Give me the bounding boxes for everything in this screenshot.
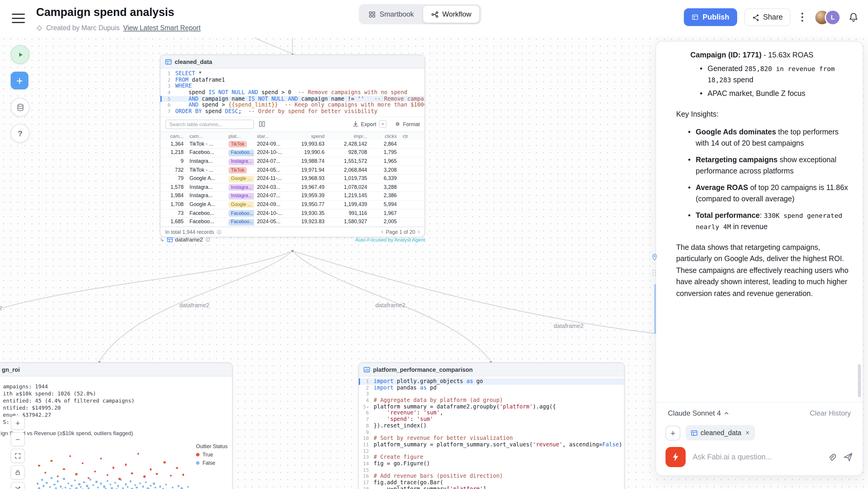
tab-smartbook[interactable]: Smartbook [361, 6, 422, 23]
node-header[interactable]: gn_roi [0, 363, 232, 376]
python-editor[interactable]: 1import plotly.graph_objects as go2impor… [359, 376, 624, 489]
page-title: Campaign spend analysis [36, 6, 174, 19]
export-button[interactable]: Export [352, 120, 387, 128]
pin-panel-icon[interactable] [651, 253, 658, 261]
avatar[interactable]: L [825, 9, 841, 25]
column-header[interactable]: ctr [400, 132, 426, 140]
output-dataframe-label[interactable]: dataframe2 [175, 237, 203, 243]
table-row[interactable]: 1,708Google A...Google ...2024-09...19,9… [160, 201, 425, 209]
chat-messages[interactable]: Campaign (ID: 1771) - 15.63x ROAS Genera… [656, 41, 863, 402]
table-row[interactable]: 73Faceboo...Faceboo...2024-10-...19,930.… [160, 209, 425, 218]
legend-item-false[interactable]: False [196, 460, 228, 466]
campaign-summary-line: Campaign (ID: 1771) - 15.63x ROAS [690, 50, 850, 61]
stat-line: entified: 45 (4.4% of filtered campaigns… [3, 398, 232, 405]
more-options-icon[interactable] [798, 12, 807, 22]
table-row[interactable]: 1,984Instagra...Instagra...2024-07...19,… [160, 192, 425, 201]
run-workflow-button[interactable] [11, 45, 30, 64]
scatter-point [165, 484, 167, 486]
stat-line: ampaigns: 1944 [3, 384, 232, 391]
records-total: In total 1,944 records [165, 229, 214, 235]
table-cell: 79 [160, 175, 187, 183]
column-header[interactable]: star... [254, 132, 289, 140]
context-chip[interactable]: cleaned_data × [686, 425, 755, 440]
table-cell: TikTok [225, 166, 254, 175]
page-prev-button[interactable]: ‹ [381, 229, 383, 235]
columns-icon[interactable] [258, 120, 266, 128]
scatter-point [131, 472, 133, 475]
scatter-point [130, 481, 132, 483]
table-cell: 2024-09... [254, 201, 289, 209]
tab-workflow[interactable]: Workflow [423, 5, 479, 23]
scatter-plot[interactable] [35, 446, 190, 489]
panel-scrollbar[interactable] [858, 364, 861, 397]
shuffle-button[interactable] [11, 482, 25, 489]
publish-button[interactable]: Publish [684, 8, 737, 26]
model-selector[interactable]: Claude Sonnet 4 [668, 409, 730, 417]
code-text: fig.add_trace(go.Bar( [374, 480, 443, 486]
line-number: 7 [359, 416, 369, 422]
node-platform-performance[interactable]: platform_performance_comparison 1import … [358, 362, 625, 489]
send-icon[interactable] [842, 452, 853, 462]
clear-history-button[interactable]: Clear History [810, 409, 851, 417]
node-header[interactable]: cleaned_data [160, 55, 425, 69]
drag-handle-icon[interactable] [652, 270, 657, 277]
user-avatars[interactable]: L [814, 9, 841, 25]
scatter-point [38, 465, 40, 467]
table-row[interactable]: 79Google A...Google ...2024-11-...19,968… [160, 175, 425, 183]
legend-item-true[interactable]: True [196, 452, 228, 458]
table-row[interactable]: 1,578Instagra...Instagra...2024-03...19,… [160, 184, 425, 192]
line-number: 12 [359, 448, 369, 454]
page-next-button[interactable]: › [418, 229, 420, 235]
column-header[interactable]: clicks [370, 132, 400, 140]
add-context-button[interactable]: + [665, 425, 680, 440]
table-row[interactable]: 9Instagra...Instagra...2024-07...19,988.… [160, 157, 425, 166]
lock-axes-button[interactable] [11, 465, 25, 480]
data-sources-button[interactable] [11, 98, 30, 117]
search-input[interactable] [165, 120, 254, 129]
table-cell: 1,199,439 [328, 201, 370, 209]
notifications-bell-icon[interactable] [848, 11, 859, 23]
export-options-dropdown[interactable] [379, 120, 387, 128]
column-header[interactable]: plat... [225, 132, 254, 140]
menu-icon[interactable] [12, 13, 25, 23]
chat-bullet: Generated 285,820 in revenue from 18,283… [700, 63, 850, 86]
format-button[interactable]: Format [395, 121, 420, 128]
page-indicator: Page 1 of 20 [386, 229, 415, 235]
expand-icon [14, 452, 21, 459]
table-row[interactable]: 732TikTok - ...TikTok2024-05...19,971.94… [160, 166, 425, 175]
code-text: AND campaign_name IS NOT NULL AND campai… [175, 96, 425, 102]
table-cell: Faceboo... [187, 209, 225, 218]
sql-editor[interactable]: 1SELECT *2FROM dataframe13WHERE4 spend I… [160, 69, 425, 117]
code-text: WHERE [175, 83, 192, 89]
zoom-out-button[interactable]: − [11, 432, 25, 447]
node-campaign-roi[interactable]: gn_roi ampaigns: 1944ith ≥$10k spend: 10… [0, 362, 233, 489]
line-number: 4 [160, 89, 170, 96]
attachment-icon[interactable] [827, 452, 837, 462]
column-header[interactable]: spend [289, 132, 328, 140]
workflow-icon [431, 10, 439, 18]
remove-context-icon[interactable]: × [745, 429, 749, 436]
column-header[interactable]: cam... [160, 132, 187, 140]
zoom-in-button[interactable]: + [11, 416, 25, 430]
table-row[interactable]: 1,218Faceboo...Faceboo...2024-10-...19,9… [160, 149, 425, 157]
table-cell: 19,959.39 [289, 192, 328, 201]
scatter-point [46, 482, 48, 484]
help-button[interactable]: ? [11, 124, 30, 143]
smart-report-link[interactable]: View Latest Smart Report [123, 24, 201, 31]
table-cell: 1,708 [160, 201, 187, 209]
add-node-button[interactable]: + [11, 72, 28, 89]
line-number: 6 [160, 102, 170, 108]
table-row[interactable]: 1,364TikTok - ...TikTok2024-09...19,993.… [160, 140, 425, 149]
column-header[interactable]: cam... [187, 132, 225, 140]
share-button[interactable]: Share [744, 8, 790, 26]
scatter-point [178, 485, 180, 487]
code-line: 6 'revenue': 'sum', [359, 410, 624, 416]
node-cleaned-data[interactable]: cleaned_data 1SELECT *2FROM dataframe13W… [160, 55, 425, 237]
node-header[interactable]: platform_performance_comparison [359, 363, 624, 376]
fullscreen-button[interactable] [11, 449, 25, 463]
chat-input[interactable] [691, 452, 820, 462]
table-row[interactable]: 1,685Faceboo...Faceboo...2024-05...19,92… [160, 218, 425, 226]
table-footer: In total 1,944 records ‹ Page 1 of 20 › [160, 227, 425, 237]
column-header[interactable]: impr... [328, 132, 370, 140]
scatter-point [75, 473, 77, 476]
